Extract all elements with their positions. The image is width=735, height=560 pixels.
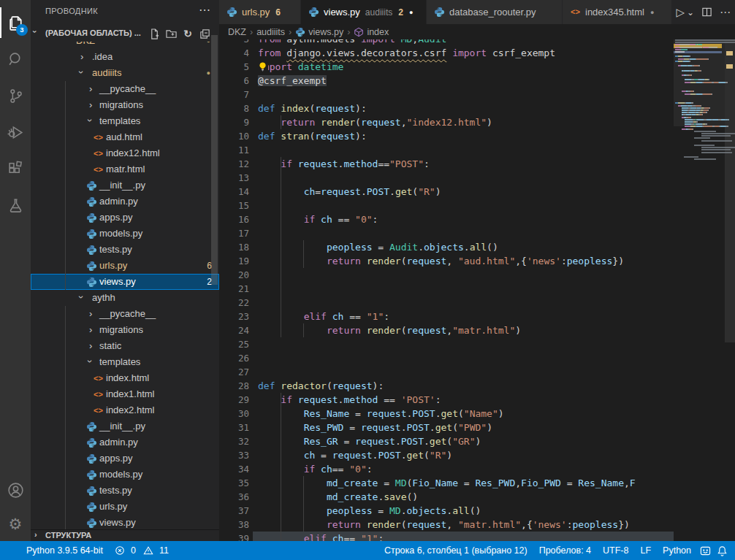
tree-item-__pycache__[interactable]: ›__pycache__ <box>31 306 219 322</box>
code-line-29[interactable]: 29 if request.method == 'POST': <box>219 393 674 407</box>
code-line-38[interactable]: 38 return render(request, "matr.html",{'… <box>219 518 674 532</box>
line-number[interactable]: 29 <box>219 393 249 407</box>
collapse-all-icon[interactable] <box>199 28 210 39</box>
line-number[interactable]: 3 <box>219 39 249 46</box>
new-folder-icon[interactable] <box>165 28 177 39</box>
tree-item-index.html[interactable]: <>index.html <box>31 370 219 386</box>
line-number[interactable]: 13 <box>219 171 249 185</box>
code-line-11[interactable]: 11 <box>219 143 674 157</box>
code-line-39[interactable]: 39 elif ch== "1": <box>219 532 674 541</box>
tree-item-__pycache__[interactable]: ›__pycache__ <box>31 81 219 97</box>
tree-item-__init__.py[interactable]: __init__.py <box>31 177 219 193</box>
code-line-32[interactable]: 32 Res_GR = request.POST.get("GR") <box>219 434 674 448</box>
line-number[interactable]: 19 <box>219 254 249 268</box>
code-line-8[interactable]: 8def index(request): <box>219 101 674 115</box>
explorer-more-actions[interactable]: ⋯ <box>199 3 210 17</box>
line-number[interactable]: 15 <box>219 199 249 212</box>
extensions-icon[interactable] <box>0 153 31 184</box>
code-line-36[interactable]: 36 md_create.save() <box>219 490 674 504</box>
line-number[interactable]: 32 <box>219 434 249 448</box>
account-icon[interactable] <box>0 475 31 505</box>
code-line-15[interactable]: 15 <box>219 199 674 212</box>
tree-item-index12.html[interactable]: <>index12.html <box>31 145 219 161</box>
code-line-28[interactable]: 28def redactor(request): <box>219 379 674 393</box>
line-number[interactable]: 26 <box>219 351 249 365</box>
line-number[interactable]: 20 <box>219 268 249 282</box>
workspace-section-header[interactable]: › (РАБОЧАЯ ОБЛАСТЬ) ... ↻ <box>31 26 219 42</box>
code-line-26[interactable]: 26 <box>219 351 674 365</box>
line-number[interactable]: 4 <box>219 46 249 60</box>
tree-item-index1.html[interactable]: <>index1.html <box>31 386 219 402</box>
code-line-24[interactable]: 24 return render(request,"matr.html") <box>219 323 674 337</box>
code-line-35[interactable]: 35 md_create = MD(Fio_Name = Res_PWD,Fio… <box>219 476 674 490</box>
line-number[interactable]: 25 <box>219 337 249 351</box>
tree-item-aythh[interactable]: ›aythh <box>31 290 219 306</box>
line-number[interactable]: 6 <box>219 74 249 88</box>
dirty-indicator-dot[interactable]: ● <box>650 9 654 16</box>
line-number[interactable]: 27 <box>219 365 249 379</box>
code-line-34[interactable]: 34 if ch== "0": <box>219 462 674 476</box>
code-line-22[interactable]: 22 <box>219 296 674 310</box>
line-number[interactable]: 9 <box>219 115 249 129</box>
breadcrumb-item-DKZ[interactable]: DKZ <box>228 27 246 37</box>
line-number[interactable]: 11 <box>219 143 249 157</box>
line-number[interactable]: 35 <box>219 476 249 490</box>
line-number[interactable]: 23 <box>219 310 249 323</box>
line-number[interactable]: 31 <box>219 421 249 434</box>
tree-item-views.py[interactable]: views.py2 <box>31 274 219 290</box>
line-number[interactable]: 34 <box>219 462 249 476</box>
notifications-bell-icon[interactable] <box>714 541 735 560</box>
tree-item-static[interactable]: ›static <box>31 338 219 354</box>
testing-icon[interactable] <box>0 190 31 220</box>
code-line-5[interactable]: 5import datetime <box>219 60 674 74</box>
split-editor-icon[interactable] <box>701 7 712 18</box>
dirty-indicator-dot[interactable]: ● <box>409 9 413 16</box>
outline-section-header[interactable]: › СТРУКТУРА <box>31 529 219 541</box>
code-line-21[interactable]: 21 <box>219 282 674 296</box>
line-number[interactable]: 36 <box>219 490 249 504</box>
tree-item-templates[interactable]: ›templates <box>31 113 219 129</box>
code-line-17[interactable]: 17 <box>219 226 674 240</box>
breadcrumb-item-index[interactable]: index <box>354 27 389 37</box>
code-line-31[interactable]: 31 Res_PWD = request.POST.get("PWD") <box>219 421 674 434</box>
tree-item-tests.py[interactable]: tests.py <box>31 242 219 258</box>
line-number[interactable]: 5 <box>219 60 249 74</box>
tree-item-urls.py[interactable]: urls.py <box>31 499 219 515</box>
source-control-icon[interactable] <box>0 80 31 111</box>
line-number[interactable]: 30 <box>219 407 249 421</box>
problems-status[interactable]: 0 11 <box>109 541 175 560</box>
line-number[interactable]: 16 <box>219 212 249 226</box>
tree-item-apps.py[interactable]: apps.py <box>31 210 219 226</box>
refresh-icon[interactable]: ↻ <box>182 28 194 39</box>
code-editor[interactable]: 3from aythh.models import MD,Audit4from … <box>219 39 735 541</box>
code-line-12[interactable]: 12 if request.method=="POST": <box>219 157 674 171</box>
run-python-file-button[interactable]: ▷ <box>676 6 685 19</box>
code-line-3[interactable]: 3from aythh.models import MD,Audit <box>219 39 674 46</box>
feedback-smiley-icon[interactable] <box>697 541 714 560</box>
settings-gear-icon[interactable]: ⚙ <box>0 509 31 540</box>
tree-item-.idea[interactable]: ›.idea <box>31 49 219 65</box>
line-number[interactable]: 28 <box>219 379 249 393</box>
explorer-icon[interactable]: 3 <box>0 7 31 38</box>
code-line-23[interactable]: 23 elif ch == "1": <box>219 310 674 323</box>
tree-item-matr.html[interactable]: <>matr.html <box>31 161 219 177</box>
tree-item-admin.py[interactable]: admin.py <box>31 434 219 450</box>
language-mode-status[interactable]: Python <box>657 541 697 560</box>
line-number[interactable]: 37 <box>219 504 249 518</box>
tree-item-aud.html[interactable]: <>aud.html <box>31 129 219 145</box>
new-file-icon[interactable] <box>148 28 160 39</box>
tree-item-admin.py[interactable]: admin.py <box>31 193 219 210</box>
tab-urls.py[interactable]: urls.py6 <box>219 0 301 24</box>
code-line-16[interactable]: 16 if ch == "0": <box>219 212 674 226</box>
line-number[interactable]: 10 <box>219 129 249 143</box>
tree-item-tests.py[interactable]: tests.py <box>31 483 219 499</box>
line-number[interactable]: 21 <box>219 282 249 296</box>
code-line-4[interactable]: 4from django.views.decorators.csrf impor… <box>219 46 674 60</box>
tree-item-urls.py[interactable]: urls.py6 <box>31 258 219 274</box>
tree-item-apps.py[interactable]: apps.py <box>31 450 219 467</box>
line-number[interactable]: 12 <box>219 157 249 171</box>
lightbulb-icon[interactable] <box>257 61 268 72</box>
run-dropdown-icon[interactable]: ⌄ <box>687 7 694 18</box>
tree-item-migrations[interactable]: ›migrations <box>31 97 219 113</box>
tree-item-__init__.py[interactable]: __init__.py <box>31 418 219 434</box>
